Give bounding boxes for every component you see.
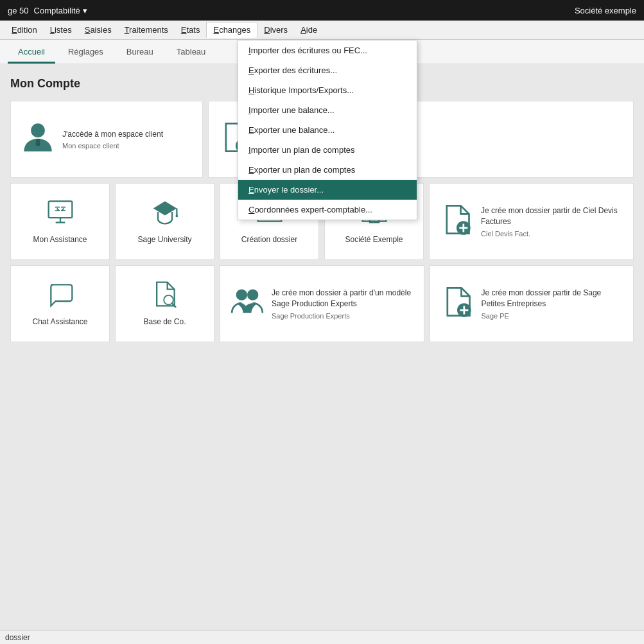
- svg-point-10: [175, 215, 178, 218]
- svg-point-21: [236, 289, 247, 300]
- svg-rect-1: [36, 139, 40, 146]
- dropdown-import-plan[interactable]: Importer un plan de comptes: [238, 140, 417, 160]
- person-icon: [21, 121, 55, 159]
- people-icon: [231, 285, 264, 323]
- module-dropdown[interactable]: Comptabilité ▾: [34, 6, 87, 15]
- tab-accueil[interactable]: Accueil: [8, 42, 55, 64]
- dropdown-export-ecritures[interactable]: Exporter des écritures...: [238, 60, 417, 80]
- sage-pe-subtitle: Sage PE: [482, 312, 623, 320]
- dropdown-import-balance[interactable]: Importer une balance...: [238, 100, 417, 120]
- cards-row-3: Chat Assistance Base de Co.: [10, 265, 634, 342]
- sage-production-subtitle: Sage Production Experts: [272, 312, 413, 320]
- tab-bureau[interactable]: Bureau: [116, 42, 164, 64]
- sage-production-card[interactable]: Je crée mon dossier à partir d'un modèle…: [220, 265, 424, 342]
- base-de-co-label: Base de Co.: [143, 317, 186, 327]
- tab-tableau[interactable]: Tableau: [166, 42, 216, 64]
- svg-point-22: [247, 289, 258, 300]
- chat-assistance-card[interactable]: Chat Assistance: [10, 265, 110, 342]
- dropdown-arrow: ▾: [83, 6, 87, 15]
- module-name: Comptabilité: [34, 6, 80, 15]
- chat-assistance-label: Chat Assistance: [32, 317, 87, 327]
- echanges-dropdown: Importer des écritures ou FEC... Exporte…: [238, 40, 417, 220]
- ciel-devis-subtitle: Ciel Devis Fact.: [481, 230, 623, 238]
- user-card-subtitle: Mon espace client: [62, 142, 163, 150]
- sage-pe-card[interactable]: Je crée mon dossier partir de Sage Petit…: [430, 265, 634, 342]
- menu-bar: Edition Listes Saisies Traitements Etats…: [0, 21, 644, 40]
- base-de-co-card[interactable]: Base de Co.: [115, 265, 214, 342]
- mon-assistance-card[interactable]: Mon Assistance: [10, 183, 110, 260]
- sage-university-label: Sage University: [137, 235, 191, 245]
- sage-university-card[interactable]: Sage University: [115, 183, 214, 260]
- dropdown-import-ecritures[interactable]: Importer des écritures ou FEC...: [238, 40, 417, 60]
- ciel-devis-card[interactable]: Je crée mon dossier partir de Ciel Devis…: [429, 183, 634, 260]
- graduation-icon: [151, 198, 179, 230]
- menu-divers[interactable]: Divers: [257, 22, 294, 37]
- app-name: ge 50: [8, 6, 29, 15]
- title-bar: ge 50 Comptabilité ▾ Société exemple: [0, 0, 644, 21]
- menu-echanges[interactable]: Echanges: [206, 22, 257, 38]
- dropdown-historique[interactable]: Historique Imports/Exports...: [238, 80, 417, 100]
- dropdown-coordonnees[interactable]: Coordonnées expert-comptable...: [238, 200, 417, 220]
- svg-marker-8: [153, 202, 177, 216]
- status-text: dossier: [5, 633, 30, 642]
- menu-listes[interactable]: Listes: [44, 22, 78, 37]
- menu-edition[interactable]: Edition: [5, 22, 44, 37]
- user-card-title: J'accède à mon espace client: [62, 129, 163, 140]
- dropdown-envoyer-dossier[interactable]: Envoyer le dossier...: [238, 180, 417, 200]
- svg-rect-5: [48, 202, 72, 218]
- doc-plus-icon-3: [440, 285, 474, 323]
- menu-saisies[interactable]: Saisies: [78, 22, 118, 37]
- dropdown-export-plan[interactable]: Exporter un plan de comptes: [238, 160, 417, 180]
- sage-pe-title: Je crée mon dossier partir de Sage Petit…: [482, 288, 623, 309]
- tab-reglages[interactable]: Réglages: [58, 42, 114, 64]
- sage-production-title: Je crée mon dossier à partir d'un modèle…: [272, 288, 413, 309]
- status-bar: dossier: [0, 631, 644, 644]
- mon-assistance-label: Mon Assistance: [33, 235, 87, 245]
- svg-point-0: [31, 123, 45, 137]
- user-card[interactable]: J'accède à mon espace client Mon espace …: [10, 101, 203, 178]
- creation-dossier-label: Création dossier: [241, 235, 297, 245]
- doc-plus-icon-2: [440, 203, 473, 241]
- ciel-devis-title: Je crée mon dossier partir de Ciel Devis…: [481, 205, 623, 227]
- chat-icon: [46, 280, 74, 312]
- dropdown-export-balance[interactable]: Exporter une balance...: [238, 120, 417, 140]
- societe-exemple-label: Société Exemple: [345, 235, 403, 245]
- company-name: Société exemple: [575, 6, 636, 15]
- menu-aide[interactable]: Aide: [294, 22, 324, 37]
- menu-traitements[interactable]: Traitements: [118, 22, 175, 37]
- menu-etats[interactable]: Etats: [175, 22, 207, 37]
- doc-search-icon: [151, 280, 179, 312]
- monitor-icon: [46, 198, 74, 230]
